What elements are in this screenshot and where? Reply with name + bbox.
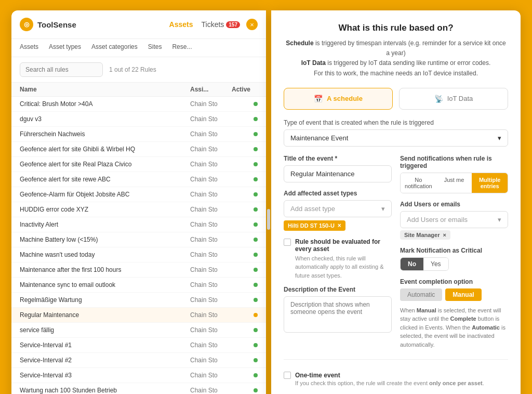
- schedule-highlight: Schedule: [286, 40, 313, 47]
- manual-bold: Manual: [417, 307, 436, 313]
- table-row[interactable]: Geofence alert for site Real Plaza Civic…: [11, 157, 266, 172]
- table-row[interactable]: service fällig Chain Sto: [11, 323, 266, 338]
- active-dot: [254, 358, 258, 362]
- event-type-dropdown[interactable]: Maintenance Event ▾: [284, 129, 508, 147]
- trigger-iot-label: IoT Data: [447, 95, 473, 102]
- site-manager-tag: Site Manager ×: [400, 230, 450, 240]
- rule-name: HUDDIG error code XYZ: [20, 206, 190, 213]
- rule-name: Geofence alert for site rewe ABC: [20, 176, 190, 183]
- onetime-checkbox[interactable]: [284, 372, 291, 379]
- site-manager-close[interactable]: ×: [443, 232, 446, 238]
- table-row[interactable]: Wartung nach 100 Stunden Betrieb Chain S…: [11, 383, 266, 394]
- rule-assigned: Chain Sto: [190, 176, 232, 183]
- close-button[interactable]: ×: [246, 19, 258, 30]
- users-placeholder: Add Users or emails: [407, 216, 468, 224]
- active-dot: [254, 207, 258, 212]
- manual-btn[interactable]: Manual: [445, 288, 481, 301]
- mark-no-btn[interactable]: No: [401, 258, 423, 270]
- rule-active: [232, 177, 258, 181]
- table-row[interactable]: Inactivity Alert Chain Sto: [11, 217, 266, 232]
- active-dot: [254, 388, 258, 392]
- active-dot: [254, 253, 258, 257]
- table-row[interactable]: Critical: Brush Motor >40A Chain Sto: [11, 97, 266, 112]
- mark-yes-btn[interactable]: Yes: [423, 258, 448, 270]
- search-input[interactable]: [20, 62, 103, 77]
- nav-assets[interactable]: Assets: [169, 20, 193, 29]
- notif-justme-btn[interactable]: Just me: [436, 173, 472, 193]
- automatic-btn[interactable]: Automatic: [400, 288, 442, 301]
- active-dot: [254, 102, 258, 106]
- subnav-assets[interactable]: Assets: [20, 43, 38, 52]
- event-type-label: Type of event that is created when the r…: [284, 119, 508, 126]
- mark-critical-options: No Yes: [400, 257, 508, 271]
- right-title: What is this rule based on?: [284, 23, 508, 33]
- trigger-options: 📅 A schedule 📡 IoT Data: [284, 88, 508, 110]
- rule-assigned: Chain Sto: [190, 311, 232, 319]
- right-column: Send notifications when rule is triggere…: [400, 155, 508, 357]
- table-row[interactable]: Service-Interval #3 Chain Sto: [11, 368, 266, 383]
- subnav-asset-types[interactable]: Asset types: [49, 43, 81, 52]
- table-row[interactable]: HUDDIG error code XYZ Chain Sto: [11, 202, 266, 217]
- table-row[interactable]: Machine Battery low (<15%) Chain Sto: [11, 232, 266, 247]
- subnav-asset-categories[interactable]: Asset categories: [91, 43, 138, 52]
- table-row[interactable]: Machine wasn't used today Chain Sto: [11, 247, 266, 262]
- active-dot: [254, 298, 258, 302]
- table-row[interactable]: Führerschein Nachweis Chain Sto: [11, 127, 266, 142]
- sub-nav: Assets Asset types Asset categories Site…: [11, 39, 266, 57]
- subnav-sites[interactable]: Sites: [148, 43, 162, 52]
- auto-bold: Automatic: [472, 324, 500, 331]
- asset-tag-close[interactable]: ×: [338, 222, 341, 229]
- logo: ◎ ToolSense: [20, 18, 76, 31]
- desc-line2: is triggered by IoT data sending like ru…: [326, 59, 490, 67]
- table-row[interactable]: Geofence-Alarm für Objekt Jobsite ABC Ch…: [11, 187, 266, 202]
- event-desc-text: When Manual is selected, the event will …: [400, 307, 506, 348]
- rule-description: Schedule is triggered by timespan interv…: [284, 38, 508, 78]
- description-group: Description of the Event: [284, 286, 392, 334]
- notif-none-btn[interactable]: No notification: [401, 173, 436, 193]
- trigger-schedule-button[interactable]: 📅 A schedule: [284, 88, 393, 110]
- header-bar: ◎ ToolSense Assets Tickets 157 ×: [11, 10, 266, 39]
- left-column: Title of the event * Add affected asset …: [284, 155, 392, 357]
- event-complete-group: Event completion option Automatic Manual…: [400, 278, 508, 349]
- rule-name: Geofence alert for site Ghibli & Wirbel …: [20, 146, 190, 153]
- search-bar: 1 out of 22 Rules: [11, 57, 266, 83]
- subnav-reset[interactable]: Rese...: [172, 43, 192, 52]
- rules-count: 1 out of 22 Rules: [109, 66, 156, 73]
- rule-active: [232, 238, 258, 242]
- mark-critical-label: Mark Notification as Critical: [400, 247, 508, 254]
- table-row[interactable]: Regelmäßige Wartung Chain Sto: [11, 293, 266, 308]
- table-row[interactable]: Maintenance sync to email outlook Chain …: [11, 278, 266, 293]
- evaluate-checkbox[interactable]: [284, 239, 291, 246]
- drag-handle[interactable]: [267, 209, 270, 230]
- onetime-sub: If you check this option, the rule will …: [295, 380, 484, 386]
- asset-type-dropdown[interactable]: Add asset type ▾: [284, 200, 392, 217]
- rule-name: Wartung nach 100 Stunden Betrieb: [20, 387, 190, 394]
- rule-active: [232, 388, 258, 392]
- panel-divider: [266, 10, 271, 394]
- rule-assigned: Chain Sto: [190, 236, 232, 243]
- rule-name: Machine wasn't used today: [20, 251, 190, 258]
- site-manager-label: Site Manager: [404, 232, 440, 238]
- table-row[interactable]: Maintenance after the first 100 hours Ch…: [11, 262, 266, 278]
- notif-multiple-btn[interactable]: Multiple entries: [472, 173, 508, 193]
- iot-highlight: IoT Data: [301, 59, 326, 67]
- users-label: Add Users or emails: [400, 201, 508, 208]
- table-row[interactable]: dguv v3 Chain Sto: [11, 112, 266, 127]
- rule-active: [232, 222, 258, 227]
- rule-assigned: Chain Sto: [190, 251, 232, 258]
- table-row[interactable]: Service-Interval #2 Chain Sto: [11, 353, 266, 368]
- table-row[interactable]: Geofence alert for site Ghibli & Wirbel …: [11, 142, 266, 157]
- nav-tickets[interactable]: Tickets 157: [201, 20, 240, 29]
- rule-name: service fällig: [20, 326, 190, 334]
- table-row[interactable]: Service-Interval #1 Chain Sto: [11, 338, 266, 353]
- table-row[interactable]: Geofence alert for site rewe ABC Chain S…: [11, 172, 266, 187]
- users-dropdown[interactable]: Add Users or emails ▾: [400, 211, 508, 228]
- rule-name: Regelmäßige Wartung: [20, 296, 190, 304]
- onetime-checkbox-row: One-time event If you check this option,…: [284, 371, 508, 388]
- trigger-iot-button[interactable]: 📡 IoT Data: [399, 88, 508, 110]
- rule-assigned: Chain Sto: [190, 326, 232, 334]
- description-textarea[interactable]: [284, 296, 392, 333]
- table-row[interactable]: Regular Maintenance Chain Sto: [11, 308, 266, 323]
- mark-toggle-group: No Yes: [400, 257, 449, 271]
- event-title-input[interactable]: [284, 165, 392, 182]
